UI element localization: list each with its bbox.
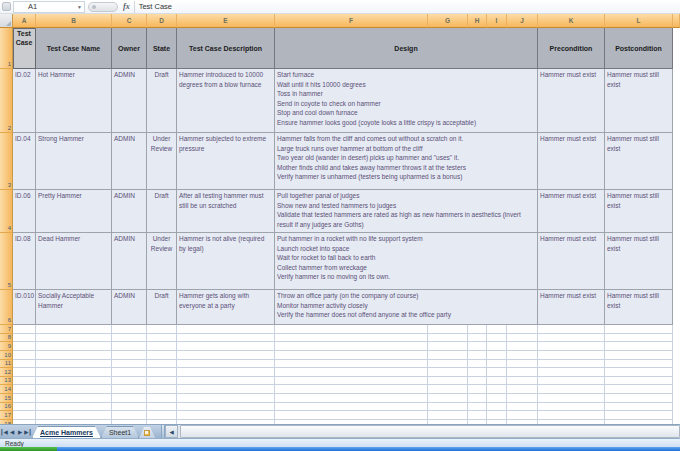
cell-K14[interactable] xyxy=(538,385,605,394)
row-header-3[interactable]: 3 xyxy=(0,133,13,190)
cell-E14[interactable] xyxy=(177,385,275,394)
cell-D12[interactable] xyxy=(147,368,177,377)
cell-L11[interactable] xyxy=(605,360,673,369)
cell-state[interactable]: Draft xyxy=(147,190,177,233)
cell-description[interactable]: Hammer introduced to 10000 degrees from … xyxy=(177,69,275,133)
cell-J12[interactable] xyxy=(507,368,538,377)
row-header-7[interactable]: 7 xyxy=(0,325,13,334)
cell-H10[interactable] xyxy=(468,351,487,360)
cell-D15[interactable] xyxy=(147,394,177,403)
cell-E16[interactable] xyxy=(177,403,275,412)
cell-B13[interactable] xyxy=(36,377,112,386)
cell-description[interactable]: Hammer is not alive (required by legal) xyxy=(177,233,275,290)
cell-owner[interactable]: ADMIN xyxy=(112,190,147,233)
cell-C15[interactable] xyxy=(112,394,147,403)
cell-I14[interactable] xyxy=(487,385,507,394)
cell-E8[interactable] xyxy=(177,334,275,343)
cell-K12[interactable] xyxy=(538,368,605,377)
cell-G16[interactable] xyxy=(428,403,468,412)
cell-design[interactable]: Put hammer in a rocket with no life supp… xyxy=(275,233,538,290)
cell-E13[interactable] xyxy=(177,377,275,386)
cell-I9[interactable] xyxy=(487,342,507,351)
cell-state[interactable]: Draft xyxy=(147,290,177,325)
cell-A10[interactable] xyxy=(13,351,36,360)
cell-K17[interactable] xyxy=(538,411,605,420)
cell-G10[interactable] xyxy=(428,351,468,360)
cell-L12[interactable] xyxy=(605,368,673,377)
cell-K15[interactable] xyxy=(538,394,605,403)
cell-L8[interactable] xyxy=(605,334,673,343)
column-header-B[interactable]: B xyxy=(36,14,112,28)
cell-K9[interactable] xyxy=(538,342,605,351)
cell-A12[interactable] xyxy=(13,368,36,377)
cell-id[interactable]: ID.04 xyxy=(13,133,36,190)
cell-I17[interactable] xyxy=(487,411,507,420)
cell-name[interactable]: Dead Hammer xyxy=(36,233,112,290)
name-box-dropdown-icon[interactable]: ▼ xyxy=(77,4,82,10)
cell-G7[interactable] xyxy=(428,325,468,334)
row-header-5[interactable]: 5 xyxy=(0,233,13,290)
header-state[interactable]: State xyxy=(147,28,177,69)
row-header-10[interactable]: 10 xyxy=(0,351,13,360)
cell-description[interactable]: After all testing hammer must still be u… xyxy=(177,190,275,233)
cell-H7[interactable] xyxy=(468,325,487,334)
column-header-L[interactable]: L xyxy=(605,14,673,28)
column-header-E[interactable]: E xyxy=(177,14,275,28)
header-owner[interactable]: Owner xyxy=(112,28,147,69)
row-header-2[interactable]: 2 xyxy=(0,69,13,133)
cell-name[interactable]: Socially Acceptable Hammer xyxy=(36,290,112,325)
cell-B12[interactable] xyxy=(36,368,112,377)
cell-D16[interactable] xyxy=(147,403,177,412)
cell-H8[interactable] xyxy=(468,334,487,343)
row-header-12[interactable]: 12 xyxy=(0,368,13,377)
cell-J14[interactable] xyxy=(507,385,538,394)
cell-C14[interactable] xyxy=(112,385,147,394)
cell-C11[interactable] xyxy=(112,360,147,369)
cell-J13[interactable] xyxy=(507,377,538,386)
cell-A17[interactable] xyxy=(13,411,36,420)
row-header-15[interactable]: 15 xyxy=(0,394,13,403)
cell-I11[interactable] xyxy=(487,360,507,369)
row-header-8[interactable]: 8 xyxy=(0,334,13,343)
cell-K16[interactable] xyxy=(538,403,605,412)
cell-H13[interactable] xyxy=(468,377,487,386)
cell-K11[interactable] xyxy=(538,360,605,369)
column-header-I[interactable]: I xyxy=(487,14,507,28)
cell-I16[interactable] xyxy=(487,403,507,412)
tab-sheet1[interactable]: Sheet1 xyxy=(101,426,139,438)
cell-L10[interactable] xyxy=(605,351,673,360)
cell-L13[interactable] xyxy=(605,377,673,386)
cell-owner[interactable]: ADMIN xyxy=(112,233,147,290)
cell-F15[interactable] xyxy=(275,394,428,403)
cell-postcondition[interactable]: Hammer must still exist xyxy=(605,190,673,233)
cell-F7[interactable] xyxy=(275,325,428,334)
cell-design[interactable]: Hammer falls from the cliff and comes ou… xyxy=(275,133,538,190)
cell-C13[interactable] xyxy=(112,377,147,386)
cell-owner[interactable]: ADMIN xyxy=(112,133,147,190)
cell-J7[interactable] xyxy=(507,325,538,334)
formula-input[interactable]: Test Case xyxy=(139,2,172,11)
cell-A1[interactable]: Test Case xyxy=(13,28,36,69)
cell-description[interactable]: Hammer subjected to extreme pressure xyxy=(177,133,275,190)
cell-I7[interactable] xyxy=(487,325,507,334)
column-header-H[interactable]: H xyxy=(468,14,487,28)
header-test-case-description[interactable]: Test Case Description xyxy=(177,28,275,69)
cell-precondition[interactable]: Hammer must exist xyxy=(538,233,605,290)
cell-H9[interactable] xyxy=(468,342,487,351)
row-header-6[interactable]: 6 xyxy=(0,290,13,325)
cell-I8[interactable] xyxy=(487,334,507,343)
cell-K7[interactable] xyxy=(538,325,605,334)
cell-J8[interactable] xyxy=(507,334,538,343)
cell-A8[interactable] xyxy=(13,334,36,343)
cell-F14[interactable] xyxy=(275,385,428,394)
cell-L16[interactable] xyxy=(605,403,673,412)
cell-C17[interactable] xyxy=(112,411,147,420)
cell-F16[interactable] xyxy=(275,403,428,412)
cell-state[interactable]: Draft xyxy=(147,69,177,133)
cell-design[interactable]: Pull together panal of judges Show new a… xyxy=(275,190,538,233)
cell-J16[interactable] xyxy=(507,403,538,412)
cell-E15[interactable] xyxy=(177,394,275,403)
cell-state[interactable]: Under Review xyxy=(147,233,177,290)
cell-precondition[interactable]: Hammer must exist xyxy=(538,290,605,325)
last-sheet-button[interactable]: ▶┃ xyxy=(24,425,32,438)
